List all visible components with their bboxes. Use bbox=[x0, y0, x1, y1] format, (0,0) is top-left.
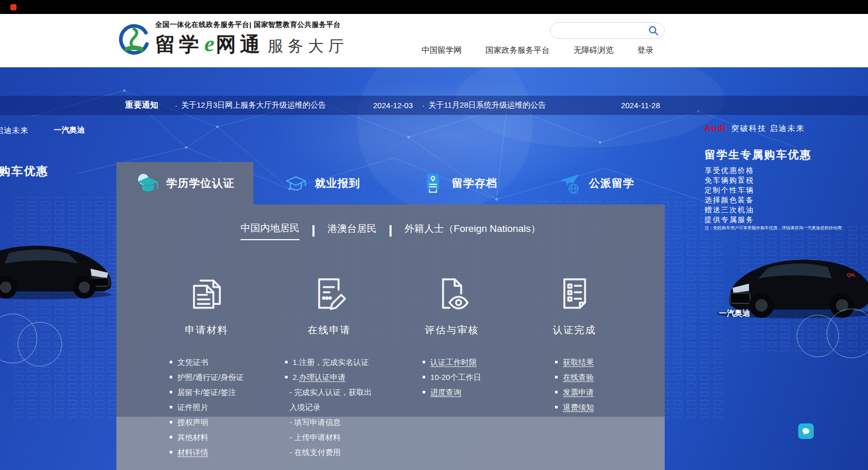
search-input[interactable] bbox=[558, 26, 648, 35]
process-item: 10-20个工作日 bbox=[423, 370, 481, 385]
brand-title: 留学 e 网通 服务大厅 bbox=[155, 31, 349, 58]
process-column: 认证完成获取结果在线查验发票申请退费须知 bbox=[513, 273, 636, 460]
ad-brand: 一汽奥迪 bbox=[719, 309, 750, 318]
process-item[interactable]: 发票申请 bbox=[555, 385, 594, 400]
search-icon[interactable] bbox=[648, 25, 659, 36]
process-item[interactable]: 2.办理认证申请 bbox=[285, 370, 374, 385]
notice-date: 2024-12-03 bbox=[373, 101, 422, 110]
brand-liuxue: 留学 bbox=[155, 31, 203, 58]
ad-benefit-item: 定制个性车辆 bbox=[705, 185, 754, 195]
ad-benefit-item: 选择颜色装备 bbox=[705, 195, 754, 205]
review-eye-icon bbox=[431, 273, 473, 314]
brand-wangtong: 网通 bbox=[216, 31, 264, 58]
process-item[interactable]: 材料详情 bbox=[170, 445, 244, 460]
subtab-separator bbox=[312, 225, 315, 237]
square-bullet-icon bbox=[555, 391, 558, 393]
process-column: 申请材料文凭证书护照/通行证/身份证居留卡/签证/签注证件照片授权声明其他材料材… bbox=[145, 273, 268, 460]
nav-login-link[interactable]: 登录 bbox=[637, 45, 653, 56]
resident-subtab[interactable]: 中国内地居民 bbox=[241, 222, 300, 240]
process-step-title: 在线申请 bbox=[308, 324, 351, 337]
tab-label: 就业报到 bbox=[315, 176, 361, 190]
square-bullet-icon bbox=[170, 421, 172, 423]
resident-subtab[interactable]: 港澳台居民 bbox=[327, 222, 377, 240]
search-box bbox=[550, 22, 665, 39]
grad-cap-outline-icon bbox=[284, 171, 308, 195]
ad-benefit-item: 享受优惠价格 bbox=[705, 166, 754, 175]
square-bullet-icon bbox=[423, 391, 425, 393]
square-bullet-icon bbox=[170, 406, 172, 408]
customer-service-widget[interactable] bbox=[798, 423, 814, 439]
service-panel: 中国内地居民港澳台居民外籍人士（Foreign Nationals） 申请材料文… bbox=[116, 204, 665, 470]
decor-circle bbox=[18, 322, 62, 366]
car-model-badge: Q5L bbox=[847, 272, 856, 277]
process-item: - 填写申请信息 bbox=[285, 415, 374, 430]
audi-logo-text: Audi bbox=[705, 123, 726, 134]
service-tab[interactable]: 留学存档 bbox=[391, 162, 528, 204]
service-tab[interactable]: 学历学位认证 bbox=[116, 162, 253, 204]
notice-date: 2024-11-28 bbox=[621, 101, 669, 110]
subtab-separator bbox=[390, 225, 392, 237]
square-bullet-icon bbox=[170, 436, 172, 438]
tab-label: 留学存档 bbox=[452, 176, 498, 190]
process-item: 文凭证书 bbox=[170, 355, 244, 370]
grad-cap-filled-icon bbox=[136, 171, 159, 195]
checklist-icon bbox=[554, 273, 595, 314]
process-item-list: 文凭证书护照/通行证/身份证居留卡/签证/签注证件照片授权声明其他材料材料详情 bbox=[170, 355, 244, 460]
process-item: 授权声明 bbox=[170, 415, 244, 430]
ad-headline: 留学生专属购车优惠 bbox=[705, 148, 812, 162]
process-item[interactable]: 在线查验 bbox=[555, 370, 594, 385]
notice-item[interactable]: ·关于11月28日系统升级运维的公告2024-11-28 bbox=[422, 100, 669, 110]
square-bullet-icon bbox=[285, 361, 288, 363]
process-item-list: 1.注册，完成实名认证2.办理认证申请- 完成实人认证，获取出入境记录- 填写申… bbox=[285, 355, 374, 460]
process-step-title: 申请材料 bbox=[185, 324, 229, 337]
ad-benefit-item: 提供专属服务 bbox=[705, 215, 754, 225]
process-columns: 申请材料文凭证书护照/通行证/身份证居留卡/签证/签注证件照片授权声明其他材料材… bbox=[145, 273, 636, 460]
header-nav: 中国留学网 国家政务服务平台 无障碍浏览 登录 bbox=[422, 45, 653, 56]
process-step-title: 评估与审核 bbox=[425, 324, 479, 337]
process-item: 证件照片 bbox=[170, 400, 244, 415]
ad-headline: 留学生专属购车优惠 bbox=[0, 164, 49, 179]
documents-icon bbox=[186, 273, 228, 314]
ad-fine-print: 注：免税购车用户可享受额外购车优惠，详情请咨询一汽奥迪授权经销商 bbox=[705, 225, 842, 231]
service-tabs: 学历学位认证就业报到留学存档公派留学 bbox=[116, 162, 665, 204]
gov-platform-line: 全国一体化在线政务服务平台| 国家智慧教育公共服务平台 bbox=[155, 20, 349, 30]
notice-label: 重要通知 bbox=[125, 100, 175, 111]
process-item: 1.注册，完成实名认证 bbox=[285, 355, 374, 370]
ad-benefit-item: 赠送三次机油 bbox=[705, 205, 754, 215]
square-bullet-icon bbox=[555, 406, 558, 408]
archive-icon bbox=[421, 171, 445, 195]
process-item[interactable]: 获取结果 bbox=[555, 355, 594, 370]
ad-brand: 一汽奥迪 bbox=[54, 125, 85, 135]
square-bullet-icon bbox=[170, 376, 172, 378]
nav-china-scholar-link[interactable]: 中国留学网 bbox=[422, 45, 462, 56]
process-column: 评估与审核认证工作时限10-20个工作日进度查询 bbox=[391, 273, 513, 460]
notice-bullet: · bbox=[175, 101, 177, 110]
process-item: - 上传申请材料 bbox=[285, 430, 374, 445]
process-item[interactable]: 认证工作时限 bbox=[423, 355, 481, 370]
notice-title: 关于11月28日系统升级运维的公告 bbox=[428, 100, 546, 110]
process-item: 护照/通行证/身份证 bbox=[170, 370, 244, 385]
process-item[interactable]: 进度查询 bbox=[423, 385, 481, 400]
square-bullet-icon bbox=[555, 376, 558, 378]
nav-accessibility-link[interactable]: 无障碍浏览 bbox=[574, 45, 614, 56]
service-tab[interactable]: 就业报到 bbox=[253, 162, 391, 204]
service-tab[interactable]: 公派留学 bbox=[528, 162, 665, 204]
square-bullet-icon bbox=[423, 361, 425, 363]
ad-benefit-list: 享受优惠价格免车辆购置税定制个性车辆选择颜色装备赠送三次机油提供专属服务 bbox=[705, 166, 754, 225]
resident-subtab[interactable]: 外籍人士（Foreign Nationals） bbox=[405, 222, 541, 240]
tab-label: 学历学位认证 bbox=[167, 176, 235, 190]
audi-ad-right[interactable]: Audi 突破科技 启迪未来 留学生专属购车优惠 享受优惠价格免车辆购置税定制个… bbox=[672, 67, 868, 470]
logo-icon bbox=[118, 23, 151, 56]
brand-suffix: 服务大厅 bbox=[268, 36, 349, 57]
plane-globe-icon bbox=[558, 171, 582, 195]
site-logo[interactable]: 全国一体化在线政务服务平台| 国家智慧教育公共服务平台 留学 e 网通 服务大厅 bbox=[118, 20, 349, 58]
brand-e: e bbox=[204, 31, 215, 57]
notice-item[interactable]: ·关于12月3日网上服务大厅升级运维的公告2024-12-03 bbox=[175, 100, 422, 110]
process-item: 居留卡/签证/签注 bbox=[170, 385, 244, 400]
audi-ad-left[interactable]: 突破科技 启迪未来 一汽奥迪 留学生专属购车优惠 bbox=[0, 67, 127, 470]
nav-gov-platform-link[interactable]: 国家政务服务平台 bbox=[486, 45, 550, 56]
square-bullet-icon bbox=[170, 391, 172, 393]
process-item[interactable]: 退费须知 bbox=[555, 400, 594, 415]
square-bullet-icon bbox=[285, 376, 288, 378]
notice-bar: 重要通知 ·关于12月3日网上服务大厅升级运维的公告2024-12-03·关于1… bbox=[0, 96, 868, 115]
